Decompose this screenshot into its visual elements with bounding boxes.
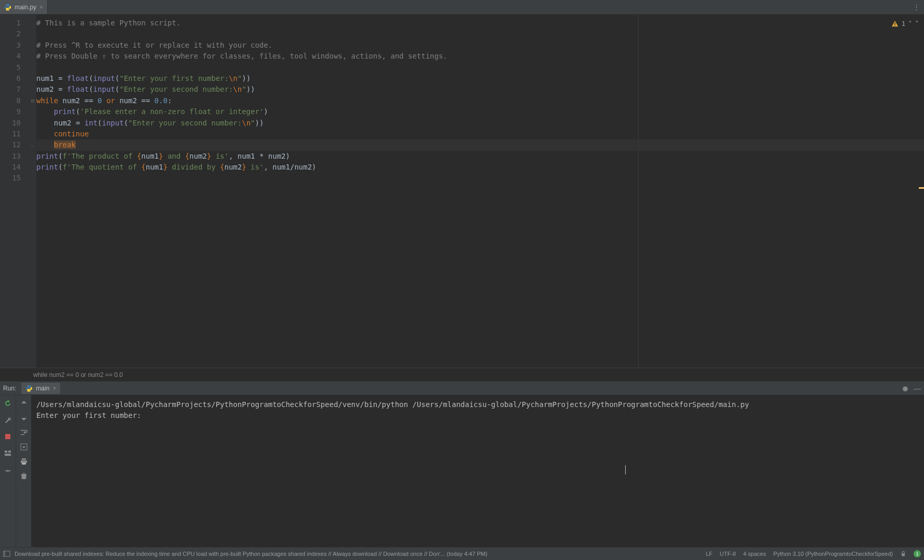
text-caret: [625, 465, 626, 474]
line-separator[interactable]: LF: [706, 551, 712, 557]
lock-icon[interactable]: [900, 551, 906, 557]
soft-wrap-icon[interactable]: [20, 428, 28, 437]
line-number: 15: [0, 173, 26, 184]
svg-point-0: [6, 4, 7, 5]
prev-problem-icon[interactable]: ˄: [908, 20, 912, 27]
fold-end-icon[interactable]: ⌞: [29, 139, 36, 150]
svg-rect-13: [22, 463, 26, 465]
layout-icon[interactable]: [4, 449, 12, 457]
line-number: 2: [0, 29, 26, 39]
svg-rect-16: [902, 553, 905, 556]
tab-main-py[interactable]: main.py ×: [0, 0, 48, 14]
line-number: 12: [0, 139, 26, 150]
line-number: 4: [0, 51, 26, 62]
line-number: 1: [0, 18, 26, 29]
line-number: 7: [0, 84, 26, 95]
scroll-to-end-icon[interactable]: [20, 443, 28, 451]
trash-icon[interactable]: [20, 472, 28, 480]
line-number: 9: [0, 106, 26, 117]
svg-point-4: [28, 385, 29, 386]
pin-icon[interactable]: [4, 466, 12, 474]
line-number: 11: [0, 129, 26, 139]
gear-icon[interactable]: [901, 385, 908, 392]
status-message[interactable]: Download pre-built shared indexes: Reduc…: [15, 551, 487, 557]
run-tab-main[interactable]: main ×: [21, 383, 60, 394]
stop-icon[interactable]: [4, 432, 12, 441]
up-arrow-icon[interactable]: [20, 399, 28, 408]
wrench-icon[interactable]: [4, 416, 12, 424]
console-output[interactable]: /Users/mlandaicsu-global/PycharmProjects…: [31, 395, 924, 547]
console-line: Enter your first number:: [36, 410, 919, 421]
run-left-toolbar: [0, 395, 16, 547]
line-number: 5: [0, 62, 26, 73]
code-text-area[interactable]: # This is a sample Python script. # Pres…: [36, 15, 924, 368]
svg-rect-15: [4, 551, 6, 557]
line-number: 6: [0, 73, 26, 84]
svg-point-1: [9, 9, 9, 10]
rerun-icon[interactable]: [4, 399, 12, 408]
line-number-gutter: 1 2 3 4 5 6 7 8 9 10 11 12 13 14 15: [0, 15, 29, 368]
svg-rect-9: [5, 454, 11, 456]
svg-rect-11: [22, 458, 26, 460]
tab-close-icon[interactable]: ×: [39, 4, 43, 11]
warning-icon: [891, 20, 899, 27]
line-number: 10: [0, 118, 26, 129]
editor-area: 1 ˄ ˅ 1 2 3 4 5 6 7 8 9 10 11 12 13 14 1…: [0, 15, 924, 381]
svg-rect-2: [894, 22, 895, 24]
run-tab-close-icon[interactable]: ×: [52, 385, 56, 392]
svg-rect-8: [8, 451, 11, 453]
editor-tab-bar: main.py × ⋮: [0, 0, 924, 15]
tool-windows-icon[interactable]: [3, 550, 10, 557]
tab-overflow-menu[interactable]: ⋮: [909, 0, 924, 14]
indent-setting[interactable]: 4 spaces: [743, 551, 766, 557]
file-encoding[interactable]: UTF-8: [720, 551, 736, 557]
tab-label: main.py: [15, 4, 36, 11]
svg-point-5: [30, 390, 31, 391]
status-indicator[interactable]: 1: [914, 550, 921, 557]
svg-rect-3: [894, 25, 895, 25]
minimize-icon[interactable]: —: [914, 384, 921, 393]
python-interpreter[interactable]: Python 3.10 (PythonProgramtoCheckforSpee…: [773, 551, 893, 557]
python-file-icon: [25, 385, 33, 392]
svg-rect-6: [5, 434, 10, 439]
right-margin-guide: [638, 15, 639, 368]
warning-count: 1: [902, 20, 905, 27]
run-tool-body: /Users/mlandaicsu-global/PycharmProjects…: [0, 395, 924, 547]
run-tool-header: Run: main × —: [0, 381, 924, 395]
inspections-widget[interactable]: 1 ˄ ˅: [891, 20, 919, 27]
svg-rect-7: [5, 451, 7, 453]
breadcrumb-item[interactable]: while num2 == 0 or num2 == 0.0: [33, 371, 123, 379]
python-file-icon: [4, 4, 11, 11]
line-number: 3: [0, 40, 26, 51]
code-editor[interactable]: 1 2 3 4 5 6 7 8 9 10 11 12 13 14 15 ⊟ ⌞ …: [0, 15, 924, 368]
fold-gutter: ⊟ ⌞: [29, 15, 36, 368]
down-arrow-icon[interactable]: [20, 414, 28, 422]
breadcrumb[interactable]: while num2 == 0 or num2 == 0.0: [0, 368, 924, 381]
print-icon[interactable]: [20, 457, 28, 466]
line-number: 8: [0, 95, 26, 106]
line-number: 13: [0, 151, 26, 162]
fold-handle-icon[interactable]: ⊟: [29, 95, 36, 106]
next-problem-icon[interactable]: ˅: [915, 20, 919, 27]
console-line: /Users/mlandaicsu-global/PycharmProjects…: [36, 399, 919, 410]
line-number: 14: [0, 162, 26, 173]
run-title: Run:: [3, 385, 16, 392]
status-bar: Download pre-built shared indexes: Reduc…: [0, 547, 924, 560]
run-mid-toolbar: [16, 395, 31, 547]
run-tab-label: main: [36, 385, 49, 392]
